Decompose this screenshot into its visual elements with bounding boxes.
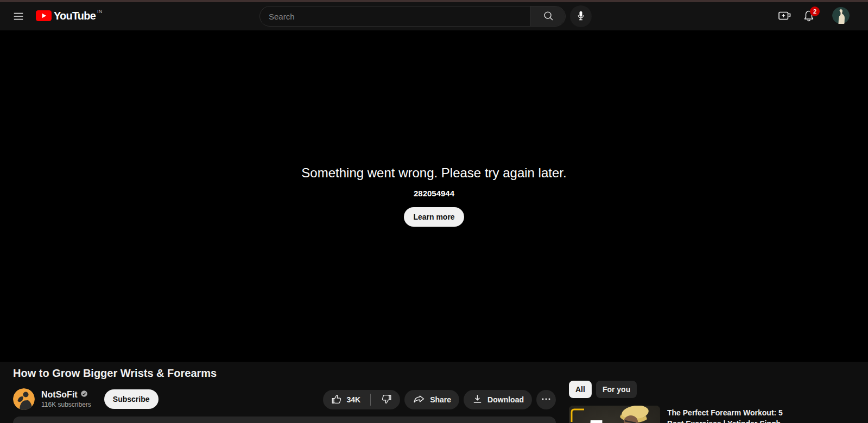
youtube-play-icon — [36, 10, 52, 23]
user-avatar-image — [832, 7, 850, 24]
subscriber-count: 116K subscribers — [41, 401, 91, 408]
top-bar: YouTube IN 2 — [0, 2, 868, 30]
channel-row: NotSoFit 116K subscribers Subscribe — [13, 388, 159, 410]
video-player-error-area: Something went wrong. Please try again l… — [0, 30, 868, 362]
watch-metadata-section: How to Grow Bigger Wrists & Forearms Not… — [0, 362, 868, 423]
account-avatar[interactable] — [832, 7, 850, 24]
like-count: 34K — [347, 395, 361, 404]
learn-more-button[interactable]: Learn more — [404, 207, 464, 227]
dislike-button[interactable] — [375, 390, 400, 409]
share-icon — [413, 393, 426, 407]
more-actions-button[interactable] — [536, 390, 556, 409]
country-code: IN — [97, 9, 103, 14]
filter-chips-row: All For you — [569, 381, 637, 398]
share-button[interactable]: Share — [404, 390, 459, 409]
create-button[interactable] — [777, 10, 793, 23]
error-code: 282054944 — [414, 189, 454, 198]
pill-divider — [370, 394, 371, 406]
youtube-wordmark: YouTube — [54, 10, 96, 22]
thumbnail-number: 5 — [588, 416, 604, 423]
youtube-logo[interactable]: YouTube IN — [36, 10, 103, 23]
search-bar — [259, 6, 566, 27]
channel-meta: NotSoFit 116K subscribers — [41, 390, 91, 408]
description-box[interactable] — [13, 416, 556, 423]
microphone-icon — [575, 10, 586, 23]
thumbnail-art — [569, 406, 660, 423]
more-dots-icon — [540, 393, 552, 407]
menu-button[interactable] — [12, 10, 25, 23]
search-icon — [542, 10, 554, 23]
share-label: Share — [430, 395, 451, 404]
subscribe-button[interactable]: Subscribe — [104, 389, 159, 409]
thumbs-down-icon — [381, 393, 392, 407]
verified-badge-icon — [80, 390, 88, 400]
related-sidebar: All For you — [569, 362, 856, 423]
like-dislike-pill: 34K — [323, 390, 401, 409]
download-label: Download — [487, 395, 524, 404]
create-video-icon — [778, 9, 793, 24]
suggested-video-item: 5 The Perfect Forearm Workout: 5 Best Ex… — [569, 406, 787, 423]
video-title: How to Grow Bigger Wrists & Forearms — [13, 366, 217, 380]
download-icon — [472, 393, 483, 406]
youtube-watch-page: YouTube IN 2 — [0, 0, 868, 423]
channel-avatar[interactable] — [13, 388, 35, 410]
suggested-video-title[interactable]: The Perfect Forearm Workout: 5 Best Exer… — [667, 407, 787, 423]
error-message: Something went wrong. Please try again l… — [301, 165, 566, 181]
suggested-video-thumbnail[interactable]: 5 — [569, 406, 660, 423]
voice-search-button[interactable] — [570, 5, 592, 27]
download-button[interactable]: Download — [464, 390, 532, 409]
hamburger-icon — [12, 10, 24, 24]
channel-name: NotSoFit — [41, 390, 78, 400]
video-actions-row: 34K Share Download — [323, 390, 556, 409]
notification-count-badge: 2 — [810, 7, 820, 16]
chip-for-you[interactable]: For you — [596, 381, 637, 398]
search-input[interactable] — [260, 7, 530, 26]
search-button[interactable] — [530, 7, 565, 26]
chip-all[interactable]: All — [569, 381, 592, 398]
channel-name-row[interactable]: NotSoFit — [41, 390, 91, 400]
like-button[interactable]: 34K — [323, 390, 366, 409]
thumbs-up-icon — [331, 393, 343, 407]
notifications-button[interactable]: 2 — [802, 10, 815, 23]
